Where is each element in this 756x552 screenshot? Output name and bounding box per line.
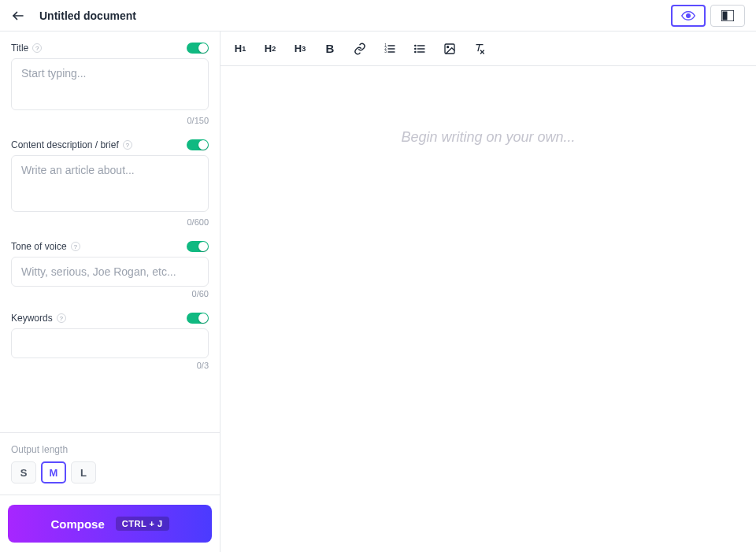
tone-input[interactable] bbox=[11, 257, 209, 287]
info-icon[interactable]: ? bbox=[57, 313, 66, 323]
ordered-list-icon[interactable]: 123 bbox=[381, 40, 398, 57]
keywords-counter: 0/3 bbox=[11, 361, 209, 370]
tone-label: Tone of voice bbox=[11, 241, 67, 252]
content-label: Content description / brief bbox=[11, 139, 119, 150]
info-icon[interactable]: ? bbox=[32, 43, 42, 53]
svg-rect-3 bbox=[723, 11, 728, 20]
content-counter: 0/600 bbox=[11, 217, 209, 227]
h2-button[interactable]: H2 bbox=[261, 40, 279, 57]
title-counter: 0/150 bbox=[11, 116, 209, 125]
main-layout: Title ? 0/150 Content description / brie… bbox=[0, 31, 756, 552]
svg-point-15 bbox=[415, 51, 416, 52]
title-toggle[interactable] bbox=[187, 43, 209, 54]
document-title[interactable]: Untitled document bbox=[39, 9, 136, 22]
keywords-label: Keywords bbox=[11, 313, 53, 324]
compose-shortcut: CTRL + J bbox=[116, 517, 169, 531]
editor-pane: H1 H2 H3 B 123 Begin writing on your own… bbox=[220, 31, 756, 552]
tone-counter: 0/60 bbox=[11, 289, 209, 298]
unordered-list-icon[interactable] bbox=[411, 40, 428, 57]
title-input[interactable] bbox=[11, 58, 209, 110]
h1-button[interactable]: H1 bbox=[232, 40, 249, 57]
output-length-section: Output length S M L bbox=[0, 432, 220, 495]
content-input[interactable] bbox=[11, 155, 209, 212]
keywords-input[interactable] bbox=[11, 328, 209, 358]
keywords-toggle[interactable] bbox=[187, 313, 209, 324]
sidebar-fields: Title ? 0/150 Content description / brie… bbox=[0, 31, 220, 432]
tone-field-group: Tone of voice ? 0/60 bbox=[11, 241, 209, 298]
svg-point-14 bbox=[415, 48, 416, 49]
info-icon[interactable]: ? bbox=[71, 242, 80, 251]
length-l-button[interactable]: L bbox=[71, 461, 96, 483]
editor-canvas[interactable]: Begin writing on your own... bbox=[220, 66, 756, 552]
image-icon[interactable] bbox=[441, 40, 458, 57]
header-left: Untitled document bbox=[11, 9, 136, 23]
title-label: Title bbox=[11, 43, 28, 54]
output-length-label: Output length bbox=[11, 444, 209, 455]
app-header: Untitled document bbox=[0, 0, 756, 31]
split-mode-button[interactable] bbox=[710, 5, 745, 27]
svg-point-1 bbox=[687, 13, 691, 17]
output-length-buttons: S M L bbox=[11, 461, 209, 483]
bold-button[interactable]: B bbox=[321, 40, 339, 57]
back-arrow-icon[interactable] bbox=[11, 9, 25, 23]
compose-label: Compose bbox=[50, 517, 104, 531]
svg-text:3: 3 bbox=[384, 50, 387, 54]
title-field-group: Title ? 0/150 bbox=[11, 43, 209, 125]
h3-button[interactable]: H3 bbox=[291, 40, 309, 57]
preview-mode-button[interactable] bbox=[671, 5, 706, 27]
content-toggle[interactable] bbox=[187, 139, 209, 150]
length-s-button[interactable]: S bbox=[11, 461, 36, 483]
svg-point-13 bbox=[415, 45, 416, 46]
length-m-button[interactable]: M bbox=[41, 461, 66, 483]
clear-format-icon[interactable] bbox=[471, 40, 488, 57]
editor-toolbar: H1 H2 H3 B 123 bbox=[220, 31, 756, 66]
info-icon[interactable]: ? bbox=[123, 140, 132, 150]
compose-button[interactable]: Compose CTRL + J bbox=[8, 505, 212, 543]
link-icon[interactable] bbox=[351, 40, 369, 57]
compose-section: Compose CTRL + J bbox=[0, 495, 220, 552]
svg-point-17 bbox=[447, 46, 449, 47]
content-field-group: Content description / brief ? 0/600 bbox=[11, 139, 209, 227]
keywords-field-group: Keywords ? 0/3 bbox=[11, 313, 209, 370]
header-right bbox=[671, 5, 745, 27]
tone-toggle[interactable] bbox=[187, 241, 209, 252]
editor-placeholder: Begin writing on your own... bbox=[220, 129, 756, 146]
sidebar: Title ? 0/150 Content description / brie… bbox=[0, 31, 220, 552]
